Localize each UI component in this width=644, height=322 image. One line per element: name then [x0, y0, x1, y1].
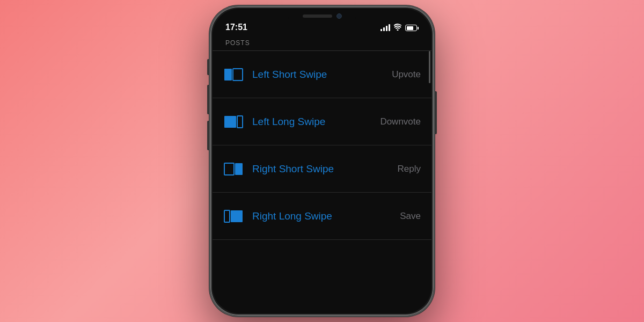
swipe-item-right-short[interactable]: Right Short Swipe Reply: [213, 145, 431, 193]
swipe-item-right-long[interactable]: Right Long Swipe Save: [213, 193, 431, 240]
power-button: [435, 91, 437, 134]
svg-rect-6: [224, 210, 230, 222]
signal-icon: [380, 25, 390, 31]
swipe-item-left-short[interactable]: Left Short Swipe Upvote: [213, 51, 431, 98]
battery-icon: [405, 25, 419, 31]
svg-rect-7: [231, 210, 243, 222]
svg-rect-4: [224, 163, 234, 175]
left-short-swipe-action: Upvote: [392, 69, 421, 80]
left-long-swipe-label: Left Long Swipe: [252, 116, 380, 128]
phone-screen: 17:51: [213, 9, 431, 313]
swipe-item-left-long[interactable]: Left Long Swipe Downvote: [213, 98, 431, 145]
right-short-swipe-action: Reply: [398, 164, 421, 174]
svg-rect-5: [235, 163, 243, 175]
speaker: [303, 14, 332, 18]
right-long-swipe-label: Right Long Swipe: [252, 210, 400, 222]
left-long-swipe-icon: [223, 112, 244, 132]
svg-rect-2: [224, 116, 236, 128]
left-short-swipe-icon: [223, 64, 244, 85]
svg-rect-1: [233, 69, 243, 80]
phone-frame: 17:51: [209, 5, 435, 317]
status-time: 17:51: [225, 23, 380, 32]
phone-wrapper: 17:51: [209, 5, 435, 317]
front-camera: [336, 13, 342, 19]
right-long-swipe-icon: [223, 206, 244, 226]
section-header: POSTS: [213, 35, 431, 51]
wifi-icon: [393, 24, 402, 32]
left-long-swipe-action: Downvote: [380, 116, 421, 127]
right-long-swipe-action: Save: [400, 211, 421, 222]
swipe-list[interactable]: Left Short Swipe Upvote Left Long Swipe …: [213, 51, 431, 313]
left-short-swipe-label: Left Short Swipe: [252, 69, 392, 80]
right-short-swipe-icon: [223, 159, 244, 179]
section-title: POSTS: [225, 39, 250, 47]
notch: [287, 9, 357, 24]
svg-rect-0: [224, 69, 232, 80]
svg-rect-3: [237, 116, 243, 128]
right-short-swipe-label: Right Short Swipe: [252, 163, 398, 175]
status-icons: [380, 24, 419, 32]
scroll-indicator: [429, 51, 430, 313]
